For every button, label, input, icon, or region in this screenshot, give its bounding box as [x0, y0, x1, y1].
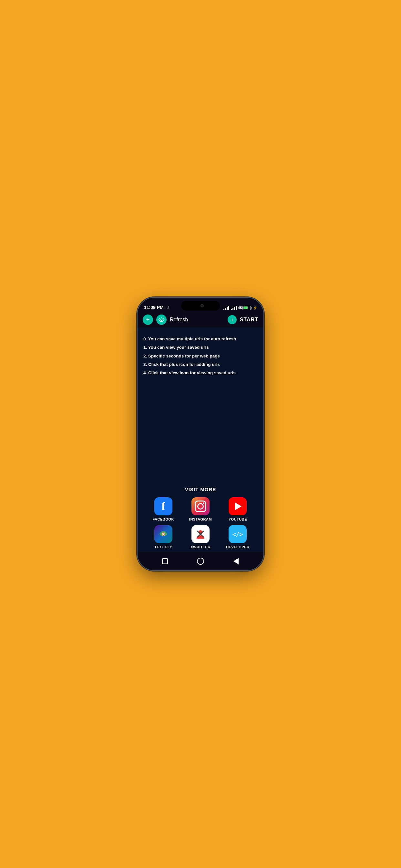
- signal-bar2-1: [231, 309, 232, 310]
- plus-icon: +: [146, 316, 150, 323]
- signal-bars: [223, 306, 229, 310]
- toolbar-left: + Refresh: [143, 314, 188, 325]
- textfly-label: TEXT FLY: [154, 545, 172, 549]
- app-grid: f FACEBOOK INSTAGRAM: [143, 497, 258, 549]
- recent-apps-button[interactable]: [160, 556, 170, 566]
- battery-fill: [243, 306, 248, 309]
- app-item-instagram[interactable]: INSTAGRAM: [183, 497, 218, 521]
- svg-point-0: [161, 319, 162, 321]
- toolbar-title: Refresh: [170, 317, 188, 322]
- main-content: 0. You can save multiple urls for auto r…: [137, 328, 264, 552]
- camera-dot: [201, 304, 204, 307]
- youtube-icon: [228, 497, 247, 516]
- facebook-icon: f: [154, 497, 173, 516]
- battery-body: [243, 306, 251, 310]
- eye-icon: [158, 317, 164, 322]
- status-left: 11:09 PM ☽: [144, 305, 169, 310]
- signal-bar-1: [223, 309, 224, 310]
- signal-bar-3: [227, 307, 227, 310]
- facebook-label: FACEBOOK: [152, 517, 174, 521]
- triangle-icon: [234, 558, 239, 564]
- add-url-button[interactable]: +: [143, 314, 153, 325]
- instruction-0: 0. You can save multiple urls for auto r…: [143, 335, 258, 343]
- status-right: 65 ⚡: [223, 306, 257, 310]
- signal-bar-2: [225, 308, 226, 310]
- signal-bar2-4: [236, 306, 237, 310]
- toolbar: + Refresh i START: [137, 312, 264, 328]
- info-icon: i: [232, 317, 233, 322]
- xwritter-label: XWRITTER: [190, 545, 210, 549]
- app-item-textfly[interactable]: TEXT FLY: [146, 525, 181, 549]
- textfly-icon: [154, 525, 173, 543]
- phone-frame: 11:09 PM ☽ 65 ⚡: [137, 298, 264, 570]
- signal-bar2-2: [233, 308, 234, 310]
- instruction-2: 2. Specific seconds for per web page: [143, 352, 258, 360]
- app-item-facebook[interactable]: f FACEBOOK: [146, 497, 181, 521]
- battery-percent: 65: [238, 306, 242, 310]
- visit-more-title: VISIT MORE: [143, 487, 258, 492]
- battery-tip: [251, 307, 252, 309]
- square-icon: [162, 558, 168, 564]
- back-button[interactable]: [231, 556, 241, 566]
- view-urls-button[interactable]: [156, 314, 166, 325]
- instruction-1: 1. You can view your saved urls: [143, 344, 258, 351]
- xwritter-icon: [191, 525, 210, 543]
- developer-icon: </>: [228, 525, 247, 543]
- spacer: [143, 377, 258, 482]
- start-button[interactable]: START: [240, 317, 258, 322]
- signal-bars-2: [231, 306, 237, 310]
- instagram-label: INSTAGRAM: [189, 517, 212, 521]
- instruction-4: 4. Click that view icon for viewing save…: [143, 369, 258, 377]
- instagram-icon: [191, 497, 210, 516]
- app-item-xwritter[interactable]: XWRITTER: [183, 525, 218, 549]
- status-time: 11:09 PM: [144, 305, 164, 310]
- moon-icon: ☽: [166, 305, 169, 310]
- dynamic-island: [181, 301, 220, 311]
- lightning-icon: ⚡: [253, 306, 257, 310]
- youtube-play-icon: [235, 502, 242, 510]
- app-item-youtube[interactable]: YOUTUBE: [220, 497, 255, 521]
- youtube-label: YOUTUBE: [228, 517, 247, 521]
- circle-icon: [197, 558, 204, 565]
- instructions-list: 0. You can save multiple urls for auto r…: [143, 335, 258, 377]
- signal-bar-4: [228, 306, 229, 310]
- svg-text:</>: </>: [233, 531, 243, 538]
- developer-label: DEVELOPER: [226, 545, 249, 549]
- battery-icon: 65 ⚡: [238, 306, 257, 310]
- signal-bar2-3: [234, 307, 235, 310]
- toolbar-right: i START: [227, 315, 258, 324]
- home-button[interactable]: [196, 556, 205, 566]
- info-button[interactable]: i: [227, 315, 237, 324]
- visit-more-section: VISIT MORE f FACEBOOK INSTAG: [143, 482, 258, 552]
- app-item-developer[interactable]: </> DEVELOPER: [220, 525, 255, 549]
- bottom-nav: [137, 552, 264, 570]
- instruction-3: 3. Click that plus icon for adding urls: [143, 361, 258, 368]
